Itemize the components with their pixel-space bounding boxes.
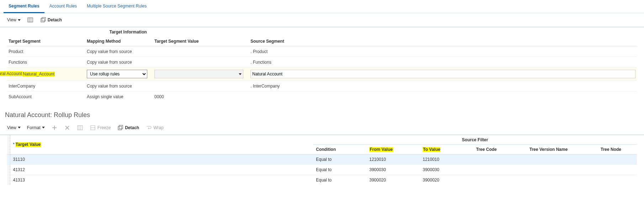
mapping-method-select[interactable]: Use rollup rules Copy value from source … (87, 70, 147, 78)
rollup-toolbar: View Format Freeze Detach Wrap (0, 121, 644, 135)
col-source-segment[interactable]: Source Segment (249, 37, 637, 46)
detach-icon (40, 17, 46, 23)
col-target-segment-value[interactable]: Target Segment Value (153, 37, 249, 46)
highlighted-text: From Value (369, 147, 393, 152)
columns-icon[interactable] (27, 17, 33, 23)
format-menu[interactable]: Format (27, 125, 45, 130)
table-row[interactable]: InterCompany Copy value from source . In… (7, 81, 637, 91)
col-to-value[interactable]: To Value (420, 144, 473, 154)
view-menu[interactable]: View (7, 125, 21, 130)
target-value-select-disabled (154, 70, 243, 78)
svg-rect-9 (78, 126, 83, 130)
tab-account-rules[interactable]: Account Rules (44, 0, 82, 13)
table-row[interactable]: 41313 Equal to 3900020 3900020 (7, 175, 637, 185)
svg-rect-14 (118, 126, 122, 130)
view-menu-label: View (7, 125, 16, 130)
caret-down-icon (239, 73, 242, 75)
svg-rect-15 (119, 125, 123, 129)
detach-label: Detach (48, 17, 62, 22)
highlighted-text: Natural Account (0, 71, 22, 76)
caret-down-icon (18, 19, 21, 21)
wrap-button[interactable]: Wrap (146, 125, 163, 131)
wrap-label: Wrap (153, 125, 163, 130)
table-row[interactable]: Functions Copy value from source . Funct… (7, 57, 637, 68)
freeze-icon (90, 125, 96, 131)
col-from-value[interactable]: From Value (366, 144, 420, 154)
source-segment-input[interactable] (250, 70, 635, 78)
subtab-bar: Segment Rules Account Rules Multiple Sou… (0, 0, 644, 13)
col-tree-node[interactable]: Tree Node (598, 144, 637, 154)
highlighted-text: To Value (423, 147, 440, 152)
freeze-button[interactable]: Freeze (90, 125, 111, 131)
view-menu[interactable]: View (7, 17, 21, 22)
freeze-label: Freeze (97, 125, 111, 130)
col-group-source-filter: Source Filter (313, 135, 637, 145)
columns-icon[interactable] (77, 125, 83, 131)
col-mapping-method[interactable]: Mapping Method (85, 37, 153, 46)
tab-multi-source[interactable]: Multiple Source Segment Rules (82, 0, 152, 13)
detach-button[interactable]: Detach (40, 17, 62, 23)
caret-down-icon (42, 127, 45, 128)
table-row-selected[interactable]: Natural_Account Use rollup rules Copy va… (7, 68, 637, 81)
svg-rect-4 (42, 17, 46, 21)
detach-icon (117, 125, 123, 131)
svg-rect-3 (41, 19, 44, 22)
col-condition[interactable]: Condition (313, 144, 366, 154)
rollup-section-title: Natural Account: Rollup Rules (0, 102, 644, 121)
table-row[interactable]: SubAccount Assign single value 0000 (7, 91, 637, 102)
table-row[interactable]: Product Copy value from source . Product (7, 46, 637, 57)
tab-segment-rules[interactable]: Segment Rules (4, 0, 44, 13)
delete-icon[interactable] (64, 125, 70, 131)
col-target-value[interactable]: *Target Value (10, 135, 313, 154)
detach-label: Detach (125, 125, 139, 130)
seg-toolbar: View Detach (0, 13, 644, 27)
segment-rules-table: Target Information Target Segment Mappin… (7, 27, 637, 102)
table-row[interactable]: 41312 Equal to 3900030 3900030 (7, 164, 637, 175)
rollup-rules-table: *Target Value Source Filter Condition Fr… (7, 135, 637, 185)
add-icon[interactable] (51, 125, 58, 131)
wrap-icon (146, 125, 152, 131)
svg-rect-0 (28, 18, 33, 22)
format-menu-label: Format (27, 125, 41, 130)
col-target-segment[interactable]: Target Segment (7, 37, 85, 46)
highlighted-text: Target Value (15, 142, 41, 147)
table-row[interactable]: 31110 Equal to 1210010 1210010 (7, 154, 637, 164)
col-tree-code[interactable]: Tree Code (473, 144, 527, 154)
view-menu-label: View (7, 17, 16, 22)
highlighted-text: Natural_Account (22, 72, 55, 77)
detach-button[interactable]: Detach (117, 125, 139, 131)
col-group-target-info: Target Information (7, 27, 249, 37)
caret-down-icon (18, 127, 21, 128)
col-tree-version[interactable]: Tree Version Name (527, 144, 598, 154)
